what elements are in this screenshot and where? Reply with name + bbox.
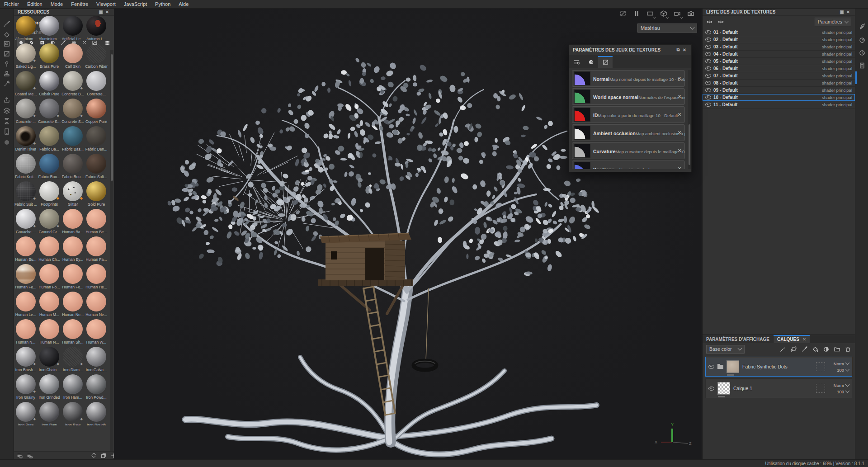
material-item[interactable]: Fabric Den... [85,126,108,154]
quill[interactable] [857,22,867,32]
close-tab-icon[interactable]: ✕ [802,337,806,342]
add-folder[interactable] [834,346,840,353]
texture-set-row[interactable]: 04 - Defaultshader principal [703,51,855,58]
layer-mask-slot[interactable] [816,384,825,393]
add-smart-material[interactable] [790,346,797,353]
opacity-dropdown[interactable]: 100 [837,389,849,394]
material-picker-tool[interactable] [2,79,12,89]
material-item[interactable]: ◆Iron Pure [14,402,38,425]
add-fill-layer[interactable] [812,346,819,353]
log-document[interactable] [857,61,867,71]
texture-set-row[interactable]: 11 - Defaultshader principal [703,101,855,108]
material-item[interactable]: Gold Pure [85,181,108,209]
mesh-map-entry[interactable]: CurvatureMap curvature depuis le maillag… [572,142,685,159]
material-item[interactable]: ◆Iron Chain... [38,347,61,374]
search-input[interactable] [26,29,96,35]
menu-javascript[interactable]: JavaScript [120,0,151,8]
pause[interactable] [632,9,641,18]
material-item[interactable]: Human Ne... [85,292,108,319]
material-item[interactable]: Cobalt Pure [38,71,61,99]
visibility-eye-icon[interactable] [705,30,711,34]
blend-mode-dropdown[interactable]: Norm [834,383,849,388]
mesh-map-entry[interactable]: Ambient occlusionMap ambient occlusion à… [572,124,685,141]
layer-row[interactable]: Fabric Synthetic DotsNorm100 [705,357,852,377]
mesh-map-entry[interactable]: World space normalNormales de l'espace m… [572,88,685,105]
close-icon[interactable]: ✕ [681,47,688,52]
resource-import-list[interactable] [17,453,23,459]
texture-set-row[interactable]: 09 - Defaultshader principal [703,87,855,94]
texture-set-row[interactable]: 10 - Defaultshader principal [703,94,855,101]
material-item[interactable]: Fabric Rou... [38,154,61,181]
visibility-eye-icon[interactable] [705,38,711,42]
material-item[interactable]: Human Ne... [61,292,85,319]
material-item[interactable]: ◆Iron Diam... [61,347,85,374]
remove-map-icon[interactable]: ✕ [676,148,683,154]
remove-map-icon[interactable]: ✕ [676,112,683,118]
add-paint-layer[interactable] [801,346,808,353]
tab-uv-border[interactable] [598,56,613,68]
texture-set-row[interactable]: 03 - Defaultshader principal [703,43,855,51]
tab-mesh-maps-settings[interactable] [569,56,584,68]
dock-icon[interactable]: ⧉ [675,47,681,52]
material-item[interactable]: Iron Grinded [38,374,61,402]
menu-édition[interactable]: Édition [23,0,47,8]
material-item[interactable]: Carbon Fiber [85,43,108,71]
add-effect[interactable] [779,346,786,353]
eraser-tool[interactable] [2,29,12,39]
close-icon[interactable]: ✕ [104,9,110,14]
material-item[interactable]: Iron Rough [85,402,108,425]
material-item[interactable]: Fabric Knit... [14,154,38,181]
mesh-maps-scrollbar[interactable] [688,70,691,169]
snap-disabled[interactable] [618,9,627,18]
resource-new-window[interactable] [100,453,107,459]
material-item[interactable]: ◆Iron Raw [61,402,85,425]
add-smart-mask[interactable] [823,346,830,353]
menu-viewport[interactable]: Viewport [92,0,120,8]
menu-mode[interactable]: Mode [47,0,67,8]
parameters-dropdown[interactable]: Paramètres [815,18,851,26]
material-item[interactable]: ◆Concrete S... [61,99,85,126]
material-item[interactable]: Iron Ham... [61,374,85,402]
material-item[interactable]: Human N... [38,319,61,347]
material-item[interactable]: Human W... [85,319,108,347]
delete-layer[interactable] [844,346,851,353]
blend-mode-dropdown[interactable]: Norm [834,361,849,366]
layer-mask-slot[interactable] [816,362,825,371]
menu-python[interactable]: Python [151,0,175,8]
material-item[interactable]: ◆Ground Gr... [38,209,61,236]
geometry-mode[interactable] [659,9,668,18]
layer-row[interactable]: Calque 1Norm100 [705,378,852,398]
material-item[interactable]: Human M... [38,292,61,319]
mesh-map-entry[interactable]: NormalMap normal depuis le maillage 10 -… [572,70,685,87]
material-item[interactable]: Iron Powd... [85,374,108,402]
visibility-eye-icon[interactable] [705,59,711,63]
material-item[interactable]: Human Fe... [14,264,38,292]
material-item[interactable]: ◆Fabric Suit ... [14,181,38,209]
material-item[interactable]: ◆Iron Grainy [14,374,38,402]
shader-sphere[interactable] [2,137,12,147]
material-item[interactable]: Concrete... [85,71,108,99]
material-item[interactable]: Human Fo... [61,264,85,292]
material-item[interactable]: ◆Concrete ... [14,99,38,126]
material-item[interactable]: Fabric Ba... [38,126,61,154]
material-item[interactable]: Brass Pure [38,43,61,71]
visibility-eye-icon[interactable] [708,365,714,369]
smudge-tool[interactable] [2,59,12,69]
material-item[interactable]: ◆Concrete S... [38,99,61,126]
display-mode[interactable] [646,9,655,18]
material-item[interactable]: Fabric Bas... [61,126,85,154]
material-item[interactable]: Human Be... [85,209,108,236]
export-resources[interactable] [2,95,12,105]
camera-mode[interactable] [673,9,682,18]
resources-scrollbar[interactable] [110,50,113,459]
screenshot[interactable] [686,9,695,18]
texture-set-settings-titlebar[interactable]: PARAMÈTRES DES JEUX DE TEXTURES ⧉ ✕ [569,45,691,55]
tab-display-settings[interactable]: PARAMÈTRES D'AFFICHAGE [703,335,774,343]
material-item[interactable]: ◆Iron Brush... [14,347,38,374]
visibility-eye-icon[interactable] [705,45,711,49]
material-item[interactable]: Human N... [14,319,38,347]
material-item[interactable]: Fabric Soft... [85,154,108,181]
texture-set-row[interactable]: 07 - Defaultshader principal [703,72,855,80]
material-item[interactable]: ◆Glitter [61,181,85,209]
visibility-eye-icon[interactable] [705,88,711,92]
